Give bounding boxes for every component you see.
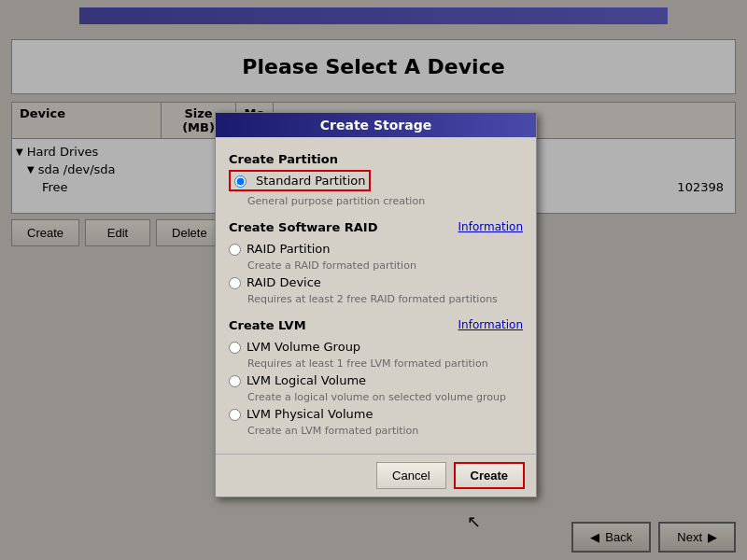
standard-partition-radio[interactable] <box>234 175 247 188</box>
modal-cancel-button[interactable]: Cancel <box>376 462 445 489</box>
lvm-logical-volume-desc: Create a logical volume on selected volu… <box>247 391 523 403</box>
lvm-logical-volume-radio[interactable] <box>229 375 241 387</box>
lvm-label: Create LVM <box>229 318 306 332</box>
lvm-physical-volume-radio[interactable] <box>229 409 241 421</box>
software-raid-section-header: Create Software RAID Information <box>229 215 523 238</box>
modal-create-button[interactable]: Create <box>454 462 525 489</box>
standard-partition-label: Standard Partition <box>256 174 365 188</box>
lvm-logical-volume-label: LVM Logical Volume <box>247 373 366 387</box>
raid-partition-label: RAID Partition <box>247 242 331 256</box>
raid-device-desc: Requires at least 2 free RAID formated p… <box>247 293 523 305</box>
raid-device-radio[interactable] <box>229 277 241 289</box>
lvm-physical-volume-label: LVM Physical Volume <box>247 407 373 421</box>
lvm-section-header: Create LVM Information <box>229 313 523 336</box>
modal-overlay: Create Storage Create Partition Standard… <box>0 0 747 560</box>
raid-partition-radio[interactable] <box>229 244 241 256</box>
lvm-volume-group-row: LVM Volume Group <box>229 340 523 354</box>
raid-partition-desc: Create a RAID formated partition <box>247 259 523 272</box>
software-raid-info-link[interactable]: Information <box>458 220 523 233</box>
modal-body: Create Partition Standard Partition Gene… <box>216 137 536 450</box>
lvm-info-link[interactable]: Information <box>458 318 523 331</box>
standard-partition-desc: General purpose partition creation <box>247 195 523 207</box>
raid-device-row: RAID Device <box>229 275 523 289</box>
lvm-volume-group-radio[interactable] <box>229 342 241 354</box>
create-storage-modal: Create Storage Create Partition Standard… <box>215 112 537 497</box>
create-partition-header: Create Partition <box>229 152 523 166</box>
standard-partition-row: Standard Partition <box>229 170 523 191</box>
standard-partition-selected: Standard Partition <box>229 170 371 191</box>
lvm-volume-group-desc: Requires at least 1 free LVM formated pa… <box>247 357 523 370</box>
raid-partition-row: RAID Partition <box>229 242 523 256</box>
lvm-physical-volume-row: LVM Physical Volume <box>229 407 523 421</box>
modal-footer: Cancel Create <box>216 454 536 497</box>
lvm-volume-group-label: LVM Volume Group <box>247 340 360 354</box>
lvm-logical-volume-row: LVM Logical Volume <box>229 373 523 387</box>
software-raid-label: Create Software RAID <box>229 220 378 234</box>
raid-device-label: RAID Device <box>247 275 321 289</box>
lvm-physical-volume-desc: Create an LVM formated partition <box>247 425 523 437</box>
modal-title: Create Storage <box>216 113 536 137</box>
